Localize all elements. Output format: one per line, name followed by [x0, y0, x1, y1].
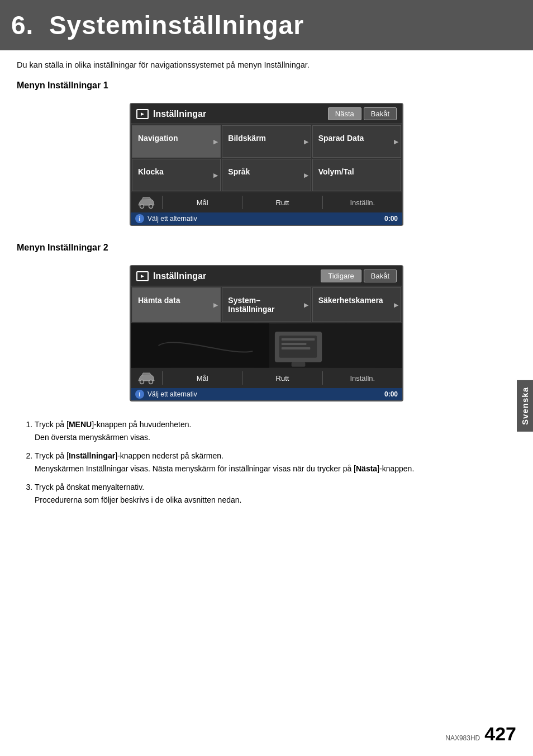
next-button[interactable]: Nästa: [328, 107, 361, 120]
back-button-1[interactable]: Bakåt: [364, 107, 397, 120]
divider-6: [322, 371, 323, 385]
side-tab-svenska: Svenska: [517, 380, 533, 432]
instruction-1: Tryck på [MENU]-knappen på huvudenheten.…: [35, 418, 511, 444]
arrow-klocka: ▶: [213, 172, 218, 178]
settings-icon-2: [136, 271, 149, 281]
status-time-2: 0:00: [384, 390, 398, 398]
arrow-sprak: ▶: [304, 172, 308, 178]
footer-page: 427: [484, 723, 516, 745]
svg-point-0: [140, 205, 144, 209]
page-title: 6. Systeminställningar: [11, 10, 516, 40]
screen2-image: [131, 323, 402, 368]
status-text-1: Välj ett alternativ: [147, 215, 381, 223]
bottom-label-rutt-2[interactable]: Rutt: [247, 374, 317, 382]
screen2-bottom-bar: Mål Rutt Inställn.: [131, 368, 402, 388]
arrow-hamta: ▶: [213, 302, 218, 308]
screen2-buttons[interactable]: Tidigare Bakåt: [321, 270, 397, 282]
info-icon-2: i: [135, 390, 144, 399]
bottom-label-mal-2[interactable]: Mål: [167, 374, 237, 382]
screen1-header: Inställningar Nästa Bakåt: [131, 104, 402, 124]
cell-sprak[interactable]: Språk ▶: [222, 159, 311, 191]
section2-title: Menyn Inställningar 2: [17, 243, 516, 253]
screen2-image-area: [131, 323, 402, 368]
bottom-label-installn-2[interactable]: Inställn.: [327, 374, 398, 382]
status-text-2: Välj ett alternativ: [147, 390, 381, 398]
cell-navigation[interactable]: Navigation ▶: [132, 125, 221, 158]
svg-point-11: [149, 380, 153, 384]
cell-klocka[interactable]: Klocka ▶: [132, 159, 221, 191]
back-button-2[interactable]: Bakåt: [364, 270, 397, 282]
screen1-grid: Navigation ▶ Bildskärm ▶ Sparad Data ▶ K…: [131, 124, 402, 192]
car-icon-2: [135, 370, 158, 386]
screen1-wrapper: Inställningar Nästa Bakåt Navigation ▶ B…: [17, 103, 516, 226]
screen1-header-left: Inställningar: [136, 109, 206, 119]
screen1-title: Inställningar: [153, 109, 206, 119]
screen2-header-left: Inställningar: [136, 271, 206, 281]
screen2-title: Inställningar: [153, 271, 206, 281]
section1-title: Menyn Inställningar 1: [17, 81, 516, 91]
page-header: 6. Systeminställningar: [0, 0, 533, 50]
divider-2: [242, 196, 242, 209]
footer-code: NAX983HD: [445, 734, 480, 742]
nav-screen-2: Inställningar Tidigare Bakåt Hämta data …: [130, 265, 403, 401]
arrow-sak: ▶: [394, 302, 398, 308]
settings-icon: [136, 109, 149, 119]
arrow-system: ▶: [304, 302, 308, 308]
status-time-1: 0:00: [384, 215, 398, 223]
svg-rect-6: [282, 338, 315, 341]
svg-rect-5: [292, 362, 306, 367]
page-footer: NAX983HD 427: [445, 723, 516, 745]
instruction-2: Tryck på [Inställningar]-knappen nederst…: [35, 450, 511, 475]
info-icon-1: i: [135, 214, 144, 223]
cell-system-installn[interactable]: System– Inställningar ▶: [222, 287, 311, 322]
previous-button[interactable]: Tidigare: [321, 270, 361, 282]
bottom-label-installn[interactable]: Inställn.: [327, 199, 398, 207]
screen2-status-bar: i Välj ett alternativ 0:00: [131, 388, 402, 400]
svg-rect-7: [282, 343, 307, 345]
cell-hamta-data[interactable]: Hämta data ▶: [132, 287, 221, 322]
svg-rect-8: [282, 347, 311, 349]
bottom-label-rutt[interactable]: Rutt: [247, 199, 317, 207]
instructions-section: Tryck på [MENU]-knappen på huvudenheten.…: [17, 418, 516, 507]
screen1-buttons[interactable]: Nästa Bakåt: [328, 107, 397, 120]
divider-3: [322, 196, 323, 209]
divider-4: [162, 371, 163, 385]
svg-point-1: [149, 205, 153, 209]
cell-bildskarm[interactable]: Bildskärm ▶: [222, 125, 311, 158]
svg-point-10: [140, 380, 144, 384]
intro-text: Du kan ställa in olika inställningar för…: [17, 60, 516, 69]
divider-5: [242, 371, 242, 385]
instruction-3: Tryck på önskat menyalternativ. Procedur…: [35, 481, 511, 507]
screen1-status-bar: i Välj ett alternativ 0:00: [131, 212, 402, 225]
arrow-bild: ▶: [304, 139, 308, 145]
cell-volym[interactable]: Volym/Tal: [312, 159, 401, 191]
car-icon: [135, 195, 158, 210]
arrow-nav: ▶: [213, 139, 218, 145]
cell-sparad-data[interactable]: Sparad Data ▶: [312, 125, 401, 158]
screen2-header: Inställningar Tidigare Bakåt: [131, 266, 402, 286]
arrow-sparad: ▶: [394, 139, 398, 145]
nav-screen-1: Inställningar Nästa Bakåt Navigation ▶ B…: [130, 103, 403, 226]
cell-sakerhetskamera[interactable]: Säkerhetskamera ▶: [312, 287, 401, 322]
bottom-label-mal[interactable]: Mål: [167, 199, 237, 207]
instructions-list: Tryck på [MENU]-knappen på huvudenheten.…: [22, 418, 511, 507]
screen1-bottom-bar: Mål Rutt Inställn.: [131, 192, 402, 212]
screen2-wrapper: Inställningar Tidigare Bakåt Hämta data …: [17, 265, 516, 401]
divider-1: [162, 196, 163, 209]
screen2-grid: Hämta data ▶ System– Inställningar ▶ Säk…: [131, 286, 402, 323]
